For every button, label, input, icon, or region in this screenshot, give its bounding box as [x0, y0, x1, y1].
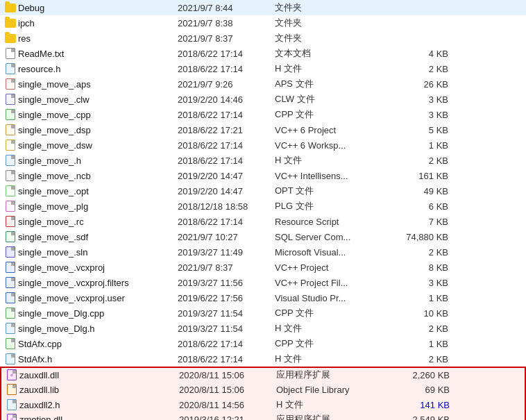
file-date: 2018/6/22 17:21 — [178, 125, 275, 135]
file-date: 2021/9/7 9:26 — [178, 79, 275, 90]
cpp-icon — [3, 109, 18, 120]
file-size: 69 KB — [387, 385, 450, 395]
dsp-icon — [3, 124, 18, 135]
file-name: single_move_.sln — [18, 247, 178, 258]
file-row[interactable]: dzmotion.dll2019/3/16 12:21应用程序扩展2,549 K… — [0, 412, 526, 420]
file-name: single_move_.rc — [18, 217, 178, 227]
file-name: Debug — [18, 3, 178, 13]
file-size: 3 KB — [386, 94, 448, 105]
file-row[interactable]: single_move_.sdf2021/9/7 10:27SQL Server… — [0, 229, 526, 244]
file-row[interactable]: single_move_.opt2019/2/20 14:47OPT 文件49 … — [0, 183, 526, 199]
file-type: CPP 文件 — [275, 307, 386, 319]
file-row[interactable]: single_move_.vcxproj2021/9/7 8:37VC++ Pr… — [0, 260, 526, 275]
h-icon — [3, 323, 18, 334]
file-type: 应用程序扩展 — [276, 413, 387, 420]
file-type: Resource Script — [275, 217, 386, 227]
file-row[interactable]: single_move_.cpp2018/6/22 17:14CPP 文件3 K… — [0, 107, 526, 122]
file-date: 2019/2/20 14:47 — [178, 171, 275, 181]
file-row[interactable]: single_move_.dsp2018/6/22 17:21VC++ 6 Pr… — [0, 122, 526, 137]
rc-icon — [3, 216, 18, 227]
file-name: single_move_.vcxproj — [18, 262, 178, 273]
file-name: res — [18, 33, 178, 44]
file-row[interactable]: single_move_Dlg.h2019/3/27 11:54H 文件2 KB — [0, 321, 526, 336]
h-icon — [3, 353, 18, 364]
file-date: 2019/3/27 11:56 — [178, 278, 275, 288]
file-row[interactable]: resource.h2018/6/22 17:14H 文件2 KB — [0, 61, 526, 76]
file-name: zauxdll.lib — [19, 385, 179, 395]
file-row[interactable]: single_move_.aps2021/9/7 9:26APS 文件26 KB — [0, 76, 526, 92]
file-name: StdAfx.cpp — [18, 339, 178, 349]
file-size: 1 KB — [386, 293, 448, 303]
file-name: single_move_.cpp — [18, 110, 178, 120]
file-date: 2020/8/11 15:06 — [179, 385, 276, 395]
file-size: 3 KB — [386, 278, 448, 288]
file-date: 2019/2/20 14:47 — [178, 186, 275, 196]
file-row[interactable]: single_move_.sln2019/3/27 11:49Microsoft… — [0, 244, 526, 260]
file-size: 1 KB — [386, 339, 448, 349]
file-row[interactable]: ipch2021/9/7 8:38文件夹 — [0, 15, 526, 31]
file-type: VC++ Project Fil... — [275, 278, 386, 288]
file-size: 74,880 KB — [386, 232, 448, 242]
file-type: H 文件 — [275, 154, 386, 167]
file-date: 2018/6/22 17:14 — [178, 217, 275, 227]
file-row[interactable]: single_move_.ncb2019/2/20 14:47VC++ Inte… — [0, 168, 526, 183]
file-row[interactable]: single_move_.vcxproj.filters2019/3/27 11… — [0, 275, 526, 290]
file-name: ipch — [18, 18, 178, 28]
h-icon — [3, 155, 18, 166]
file-type: 文件夹 — [275, 1, 386, 14]
file-date: 2019/2/20 14:46 — [178, 94, 275, 105]
file-row[interactable]: Debug2021/9/7 8:44文件夹 — [0, 0, 526, 15]
file-row[interactable]: single_move_.vcxproj.user2019/6/22 17:56… — [0, 290, 526, 305]
file-name: single_move_.plg — [18, 201, 178, 212]
file-date: 2019/3/27 11:54 — [178, 308, 275, 319]
file-row[interactable]: zauxdll.lib2020/8/11 15:06Object File Li… — [0, 382, 526, 397]
file-type: Object File Library — [276, 385, 387, 395]
cpp-icon — [3, 308, 18, 319]
file-row[interactable]: single_move_.plg2018/12/18 18:58PLG 文件6 … — [0, 199, 526, 214]
ncb-icon — [3, 170, 18, 181]
file-row[interactable]: single_move_.dsw2018/6/22 17:14VC++ 6 Wo… — [0, 137, 526, 153]
file-list: Debug2021/9/7 8:44文件夹ipch2021/9/7 8:38文件… — [0, 0, 526, 420]
file-date: 2018/6/22 17:14 — [178, 110, 275, 120]
aps-icon — [3, 78, 18, 90]
vcxproj-icon — [3, 277, 18, 288]
file-date: 2021/9/7 8:38 — [178, 18, 275, 28]
folder-icon — [3, 19, 18, 28]
file-type: VC++ 6 Project — [275, 125, 386, 135]
file-date: 2018/6/22 17:14 — [178, 64, 275, 74]
file-name: single_move_Dlg.cpp — [18, 308, 178, 319]
file-row[interactable]: single_move_Dlg.cpp2019/3/27 11:54CPP 文件… — [0, 305, 526, 321]
file-size: 4 KB — [386, 49, 448, 59]
file-date: 2021/9/7 8:44 — [178, 3, 275, 13]
h-icon — [3, 63, 18, 74]
file-size: 5 KB — [386, 125, 448, 135]
file-name: resource.h — [18, 64, 178, 74]
file-type: H 文件 — [275, 322, 386, 335]
dll-icon: d — [4, 414, 19, 420]
file-type: 文本文档 — [275, 47, 386, 60]
file-row[interactable]: res2021/9/7 8:37文件夹 — [0, 31, 526, 46]
file-type: 应用程序扩展 — [276, 369, 387, 381]
file-name: single_move_.dsp — [18, 125, 178, 135]
file-row[interactable]: dzauxdll.dll2020/8/11 15:06应用程序扩展2,260 K… — [0, 367, 526, 382]
file-date: 2019/3/27 11:54 — [178, 324, 275, 334]
file-date: 2021/9/7 10:27 — [178, 232, 275, 242]
file-row[interactable]: ReadMe.txt2018/6/22 17:14文本文档4 KB — [0, 46, 526, 61]
file-date: 2018/6/22 17:14 — [178, 354, 275, 364]
file-row[interactable]: StdAfx.h2018/6/22 17:14H 文件2 KB — [0, 351, 526, 367]
lib-icon — [4, 384, 19, 395]
file-type: H 文件 — [275, 353, 386, 365]
file-name: single_move_.vcxproj.user — [18, 293, 178, 303]
file-size: 141 KB — [387, 400, 450, 410]
file-row[interactable]: single_move_.clw2019/2/20 14:46CLW 文件3 K… — [0, 92, 526, 107]
file-row[interactable]: StdAfx.cpp2018/6/22 17:14CPP 文件1 KB — [0, 336, 526, 351]
file-row[interactable]: single_move_.rc2018/6/22 17:14Resource S… — [0, 214, 526, 229]
file-date: 2018/6/22 17:14 — [178, 339, 275, 349]
file-size: 49 KB — [386, 186, 448, 196]
sln-icon — [3, 246, 18, 258]
file-name: StdAfx.h — [18, 354, 178, 364]
file-size: 26 KB — [386, 79, 448, 90]
cpp-icon — [3, 338, 18, 349]
file-row[interactable]: zauxdll2.h2020/8/11 14:56H 文件141 KB — [0, 397, 526, 412]
file-row[interactable]: single_move_.h2018/6/22 17:14H 文件2 KB — [0, 153, 526, 168]
